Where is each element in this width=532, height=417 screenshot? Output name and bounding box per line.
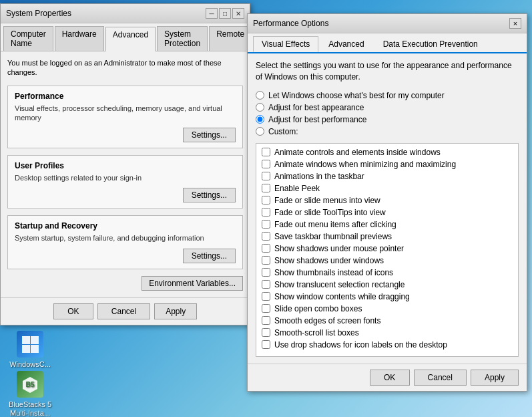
tab-remote[interactable]: Remote — [209, 26, 252, 51]
radio-best-performance[interactable]: Adjust for best performance — [256, 115, 519, 124]
radio-best-appearance[interactable]: Adjust for best appearance — [256, 103, 519, 112]
checkbox-input-5[interactable] — [262, 208, 270, 217]
checkbox-label-15: Smooth-scroll list boxes — [274, 328, 359, 337]
checkbox-item-8[interactable]: Show shadows under mouse pointer — [259, 243, 515, 255]
sys-cancel-button[interactable]: Cancel — [97, 303, 150, 319]
minimize-button[interactable]: ─ — [206, 8, 218, 19]
checkbox-item-13[interactable]: Slide open combo boxes — [259, 303, 515, 315]
checkbox-input-4[interactable] — [262, 196, 270, 204]
checkbox-item-0[interactable]: Animate controls and elements inside win… — [259, 146, 515, 158]
checkbox-label-13: Slide open combo boxes — [274, 304, 362, 313]
checkbox-item-11[interactable]: Show translucent selection rectangle — [259, 279, 515, 291]
performance-options-bottom-buttons: OK Cancel Apply — [248, 364, 527, 391]
checkbox-item-10[interactable]: Show thumbnails instead of icons — [259, 267, 515, 279]
system-properties-window: System Properties ─ □ ✕ Computer Name Ha… — [0, 3, 250, 325]
checkbox-input-13[interactable] — [262, 304, 270, 313]
checkbox-item-14[interactable]: Smooth edges of screen fonts — [259, 315, 515, 327]
checkbox-item-16[interactable]: Use drop shadows for icon labels on the … — [259, 339, 515, 351]
checkbox-input-1[interactable] — [262, 160, 270, 168]
performance-radio-group: Let Windows choose what's best for my co… — [256, 91, 519, 136]
system-properties-title: System Properties — [6, 9, 71, 18]
close-button[interactable]: ✕ — [232, 8, 244, 19]
checkbox-input-15[interactable] — [262, 328, 270, 337]
performance-close-button[interactable]: × — [509, 18, 521, 29]
startup-recovery-settings-button[interactable]: Settings... — [183, 249, 236, 263]
desktop-icon-windowsc-label: WindowsC... — [9, 360, 51, 369]
tab-system-protection[interactable]: System Protection — [157, 26, 208, 51]
perf-cancel-button[interactable]: Cancel — [414, 370, 467, 386]
svg-rect-3 — [31, 345, 39, 353]
perf-apply-button[interactable]: Apply — [471, 370, 519, 386]
performance-options-content: Select the settings you want to use for … — [248, 53, 527, 364]
checkbox-item-12[interactable]: Show window contents while dragging — [259, 291, 515, 303]
checkbox-item-7[interactable]: Save taskbar thumbnail previews — [259, 231, 515, 243]
checkbox-label-3: Enable Peek — [274, 184, 320, 193]
performance-title: Performance — [15, 92, 236, 101]
desktop-icon-bluestacks[interactable]: B5 BlueStacks 5 Multi-Insta... — [7, 371, 53, 417]
checkbox-item-1[interactable]: Animate windows when minimizing and maxi… — [259, 158, 515, 170]
checkbox-label-1: Animate windows when minimizing and maxi… — [274, 160, 456, 169]
checkbox-input-11[interactable] — [262, 280, 270, 289]
desktop-icon-windowsc[interactable]: WindowsC... — [7, 331, 53, 369]
system-properties-tabs: Computer Name Hardware Advanced System P… — [1, 23, 250, 51]
checkbox-label-8: Show shadows under mouse pointer — [274, 244, 404, 253]
checkbox-item-15[interactable]: Smooth-scroll list boxes — [259, 327, 515, 339]
tab-advanced[interactable]: Advanced — [105, 27, 156, 51]
perf-tab-data-execution[interactable]: Data Execution Prevention — [374, 36, 487, 52]
titlebar-controls: ─ □ ✕ — [206, 8, 244, 19]
radio-best-performance-label: Adjust for best performance — [268, 115, 366, 124]
checkbox-input-12[interactable] — [262, 292, 270, 301]
radio-best-performance-input[interactable] — [256, 115, 264, 124]
sys-apply-button[interactable]: Apply — [154, 303, 197, 319]
perf-ok-button[interactable]: OK — [370, 370, 410, 386]
checkbox-input-16[interactable] — [262, 340, 270, 349]
checkbox-item-3[interactable]: Enable Peek — [259, 182, 515, 194]
checkbox-input-9[interactable] — [262, 256, 270, 265]
checkbox-input-2[interactable] — [262, 172, 270, 180]
sys-ok-button[interactable]: OK — [53, 303, 93, 319]
checkbox-label-6: Fade out menu items after clicking — [274, 220, 396, 229]
checkbox-item-5[interactable]: Fade or slide ToolTips into view — [259, 206, 515, 219]
performance-settings-button[interactable]: Settings... — [183, 128, 236, 142]
environment-variables-button[interactable]: Environment Variables... — [142, 276, 243, 291]
startup-recovery-title: Startup and Recovery — [15, 221, 236, 231]
maximize-button[interactable]: □ — [219, 8, 231, 19]
checkbox-label-9: Show shadows under windows — [274, 256, 384, 265]
visual-effects-checkbox-list: Animate controls and elements inside win… — [256, 143, 519, 357]
performance-options-titlebar: Performance Options × — [248, 14, 527, 33]
checkbox-item-4[interactable]: Fade or slide menus into view — [259, 194, 515, 206]
checkbox-input-6[interactable] — [262, 220, 270, 229]
tab-computer-name[interactable]: Computer Name — [3, 26, 53, 51]
checkbox-input-8[interactable] — [262, 244, 270, 253]
radio-let-windows-input[interactable] — [256, 91, 264, 100]
checkbox-input-14[interactable] — [262, 316, 270, 325]
checkbox-item-2[interactable]: Animations in the taskbar — [259, 170, 515, 182]
tab-hardware[interactable]: Hardware — [55, 26, 104, 51]
system-properties-content: You must be logged on as an Administrato… — [1, 51, 250, 297]
user-profiles-settings-button[interactable]: Settings... — [183, 188, 236, 202]
perf-tab-advanced[interactable]: Advanced — [320, 36, 372, 52]
checkbox-label-11: Show translucent selection rectangle — [274, 280, 405, 289]
performance-options-window: Performance Options × Visual Effects Adv… — [247, 13, 527, 392]
checkbox-input-0[interactable] — [262, 148, 270, 156]
checkbox-input-10[interactable] — [262, 268, 270, 277]
startup-recovery-desc: System startup, system failure, and debu… — [15, 233, 236, 243]
radio-custom[interactable]: Custom: — [256, 127, 519, 136]
performance-options-title: Performance Options — [253, 19, 328, 28]
checkbox-label-4: Fade or slide menus into view — [274, 196, 380, 205]
user-profiles-section: User Profiles Desktop settings related t… — [7, 155, 243, 208]
svg-rect-2 — [22, 345, 30, 353]
radio-custom-input[interactable] — [256, 127, 264, 136]
svg-text:B5: B5 — [26, 381, 35, 388]
checkbox-input-3[interactable] — [262, 184, 270, 192]
radio-let-windows[interactable]: Let Windows choose what's best for my co… — [256, 91, 519, 100]
checkbox-item-6[interactable]: Fade out menu items after clicking — [259, 219, 515, 231]
checkbox-item-9[interactable]: Show shadows under windows — [259, 255, 515, 267]
user-profiles-title: User Profiles — [15, 161, 236, 170]
checkbox-input-7[interactable] — [262, 232, 270, 241]
radio-custom-label: Custom: — [268, 127, 298, 136]
radio-best-appearance-input[interactable] — [256, 103, 264, 112]
svg-rect-0 — [22, 336, 30, 344]
perf-tab-visual-effects[interactable]: Visual Effects — [253, 36, 318, 52]
system-properties-titlebar: System Properties ─ □ ✕ — [1, 4, 250, 23]
